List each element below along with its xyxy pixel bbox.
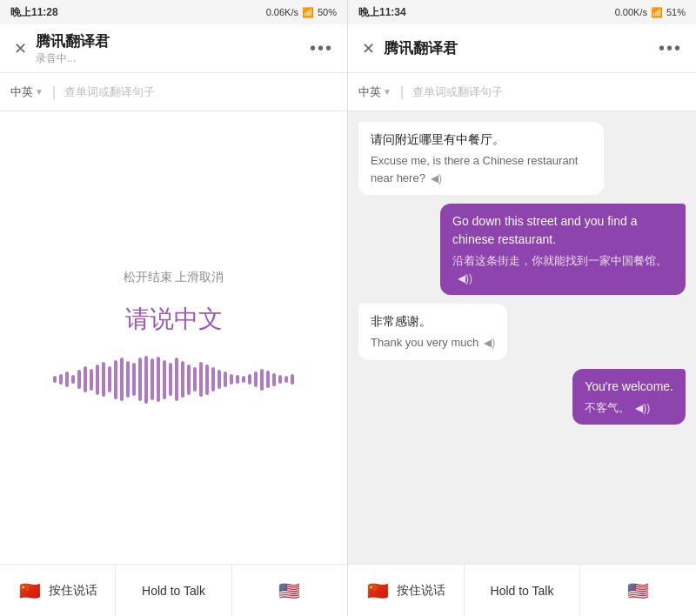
right-main-content: 请问附近哪里有中餐厅。Excuse me, is there a Chinese… bbox=[348, 111, 696, 564]
left-battery: 50% bbox=[318, 7, 337, 17]
right-lang-select[interactable]: 中英 ▼ bbox=[358, 84, 392, 100]
left-us-button[interactable]: 🇺🇸 bbox=[232, 565, 347, 616]
waveform-bar bbox=[163, 360, 166, 399]
bubble-secondary-3: 不客气。◀)) bbox=[585, 399, 673, 417]
waveform-bar bbox=[218, 370, 221, 389]
right-network: 0.00K/s bbox=[615, 7, 647, 17]
waveform-bar bbox=[205, 365, 209, 395]
left-hold-label: Hold to Talk bbox=[142, 584, 205, 598]
right-search-placeholder: 查单词或翻译句子 bbox=[412, 84, 503, 100]
right-hold-talk-button[interactable]: Hold to Talk bbox=[464, 565, 581, 616]
right-close-button[interactable]: ✕ bbox=[362, 39, 375, 58]
waveform-bar bbox=[90, 369, 93, 391]
waveform-bar bbox=[272, 373, 276, 386]
left-status-right: 0.06K/s 📶 50% bbox=[266, 7, 337, 18]
left-speak-prompt: 请说中文 bbox=[125, 303, 223, 336]
left-lang-chevron: ▼ bbox=[35, 87, 44, 97]
left-lang-select[interactable]: 中英 ▼ bbox=[10, 84, 44, 100]
right-bottom-bar: 🇨🇳 按住说话 Hold to Talk 🇺🇸 bbox=[348, 564, 696, 616]
waveform-bar bbox=[230, 374, 233, 385]
left-bottom-bar: 🇨🇳 按住说话 Hold to Talk 🇺🇸 bbox=[0, 564, 347, 616]
waveform-bar bbox=[65, 372, 69, 387]
left-search-divider: | bbox=[52, 84, 56, 100]
waveform-bar bbox=[169, 363, 172, 396]
left-network: 0.06K/s bbox=[266, 7, 298, 17]
right-hold-label: Hold to Talk bbox=[491, 584, 554, 598]
waveform-bar bbox=[260, 369, 264, 391]
chat-bubble-1: Go down this street and you find a chine… bbox=[440, 204, 686, 295]
right-search-bar: 中英 ▼ | 查单词或翻译句子 bbox=[348, 73, 696, 111]
bubble-primary-3: You're welcome. bbox=[585, 378, 673, 396]
waveform-bar bbox=[102, 362, 105, 397]
audio-icon-3[interactable]: ◀)) bbox=[635, 400, 650, 416]
waveform-bar bbox=[211, 367, 215, 392]
right-cn-flag: 🇨🇳 bbox=[365, 579, 390, 603]
right-search-divider: | bbox=[400, 84, 404, 100]
right-chat-area: 请问附近哪里有中餐厅。Excuse me, is there a Chinese… bbox=[348, 111, 696, 564]
audio-icon-1[interactable]: ◀)) bbox=[458, 271, 472, 286]
waveform-bar bbox=[120, 358, 124, 401]
left-close-button[interactable]: ✕ bbox=[14, 39, 27, 58]
waveform-bar bbox=[236, 375, 239, 384]
left-panel: 晚上11:28 0.06K/s 📶 50% ✕ 腾讯翻译君 录音中... •••… bbox=[0, 0, 348, 616]
left-waveform bbox=[17, 353, 331, 405]
bubble-primary-0: 请问附近哪里有中餐厅。 bbox=[371, 131, 592, 149]
left-cn-flag: 🇨🇳 bbox=[17, 579, 42, 603]
waveform-bar bbox=[242, 376, 245, 383]
left-us-flag: 🇺🇸 bbox=[278, 579, 302, 603]
right-header: ✕ 腾讯翻译君 ••• bbox=[348, 24, 696, 73]
bubble-secondary-2: Thank you very much◀) bbox=[371, 334, 495, 352]
waveform-bar bbox=[144, 356, 148, 404]
left-main-content: 松开结束 上滑取消 请说中文 bbox=[0, 111, 347, 564]
right-us-flag: 🇺🇸 bbox=[626, 579, 651, 603]
waveform-bar bbox=[175, 358, 178, 401]
right-wifi-icon: 📶 bbox=[651, 7, 663, 18]
left-search-bar: 中英 ▼ | 查单词或翻译句子 bbox=[0, 73, 347, 111]
right-app-title: 腾讯翻译君 bbox=[384, 38, 659, 58]
waveform-bar bbox=[77, 370, 81, 389]
right-us-button[interactable]: 🇺🇸 bbox=[580, 565, 696, 616]
left-speak-label: 按住说话 bbox=[49, 583, 97, 599]
waveform-bar bbox=[278, 375, 282, 384]
left-speak-button[interactable]: 🇨🇳 按住说话 bbox=[0, 565, 115, 616]
waveform-bar bbox=[138, 358, 142, 401]
waveform-bar bbox=[53, 376, 57, 383]
left-status-bar: 晚上11:28 0.06K/s 📶 50% bbox=[0, 0, 347, 24]
left-more-button[interactable]: ••• bbox=[310, 38, 333, 58]
waveform-bar bbox=[199, 362, 203, 397]
right-speak-button[interactable]: 🇨🇳 按住说话 bbox=[348, 565, 464, 616]
left-header: ✕ 腾讯翻译君 录音中... ••• bbox=[0, 24, 347, 73]
waveform-bar bbox=[187, 365, 191, 395]
left-release-hint: 松开结束 上滑取消 bbox=[124, 270, 224, 285]
waveform-bar bbox=[157, 357, 160, 402]
audio-icon-0[interactable]: ◀) bbox=[431, 171, 442, 186]
waveform-bar bbox=[132, 363, 136, 396]
waveform-bar bbox=[126, 361, 130, 398]
left-hold-talk-button[interactable]: Hold to Talk bbox=[115, 565, 231, 616]
waveform-bar bbox=[108, 366, 111, 392]
waveform-bar bbox=[291, 374, 294, 385]
left-recording-area: 松开结束 上滑取消 请说中文 bbox=[0, 111, 347, 564]
right-time: 晚上11:34 bbox=[358, 5, 406, 20]
waveform-bar bbox=[59, 374, 63, 385]
waveform-bar bbox=[284, 376, 288, 383]
bubble-secondary-1: 沿着这条街走，你就能找到一家中国餐馆。◀)) bbox=[452, 252, 673, 286]
waveform-bar bbox=[254, 372, 258, 387]
waveform-bar bbox=[266, 371, 270, 388]
waveform-bar bbox=[96, 365, 99, 395]
right-lang-chevron: ▼ bbox=[383, 87, 392, 97]
right-panel: 晚上11:34 0.00K/s 📶 51% ✕ 腾讯翻译君 ••• 中英 ▼ |… bbox=[348, 0, 696, 616]
left-app-title: 腾讯翻译君 bbox=[36, 31, 310, 51]
chat-bubble-2: 非常感谢。Thank you very much◀) bbox=[358, 304, 507, 360]
waveform-bar bbox=[224, 372, 227, 387]
right-more-button[interactable]: ••• bbox=[659, 38, 682, 58]
left-search-placeholder: 查单词或翻译句子 bbox=[64, 84, 155, 100]
right-status-bar: 晚上11:34 0.00K/s 📶 51% bbox=[348, 0, 696, 24]
waveform-bar bbox=[84, 366, 87, 392]
waveform-bar bbox=[71, 375, 75, 384]
waveform-bar bbox=[151, 358, 154, 400]
waveform-bar bbox=[193, 367, 197, 392]
audio-icon-2[interactable]: ◀) bbox=[484, 335, 495, 351]
chat-bubble-0: 请问附近哪里有中餐厅。Excuse me, is there a Chinese… bbox=[358, 122, 604, 195]
right-lang-text: 中英 bbox=[358, 84, 381, 100]
